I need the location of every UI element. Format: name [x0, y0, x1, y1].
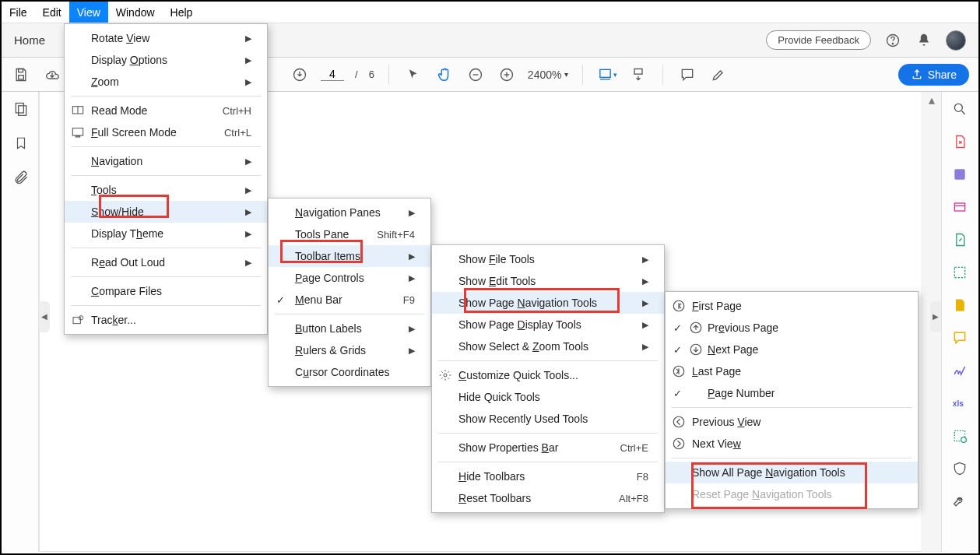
menu-help[interactable]: Help	[163, 2, 201, 23]
protect-icon[interactable]	[950, 427, 969, 445]
menu-tools-pane[interactable]: Tools PaneShift+F4	[269, 223, 430, 245]
compress-icon[interactable]	[950, 328, 969, 347]
shield-icon[interactable]	[950, 459, 969, 478]
organize-icon[interactable]	[950, 296, 969, 314]
page-number-input[interactable]	[321, 68, 344, 81]
menu-first-page[interactable]: First Page	[666, 295, 918, 317]
svg-rect-17	[954, 203, 964, 211]
menu-show-nav-tools[interactable]: Show Page Navigation Tools▶	[432, 292, 664, 314]
export-pdf-icon[interactable]	[950, 132, 969, 151]
page-sep: /	[355, 68, 358, 80]
scroll-mode-icon[interactable]	[628, 65, 648, 85]
svg-rect-16	[954, 169, 964, 179]
svg-point-1	[892, 43, 893, 44]
home-tab[interactable]: Home	[14, 33, 45, 47]
zoom-out-icon[interactable]	[465, 65, 486, 85]
menu-properties-bar[interactable]: Show Properties BarCtrl+E	[432, 437, 664, 458]
pointer-icon[interactable]	[403, 65, 423, 85]
zoom-in-icon[interactable]	[497, 65, 517, 85]
menu-read-mode[interactable]: Read ModeCtrl+H	[65, 100, 267, 121]
create-pdf-icon[interactable]	[950, 198, 969, 216]
menu-read-out-loud[interactable]: Read Out Loud▶	[65, 251, 267, 273]
help-icon[interactable]	[883, 31, 902, 50]
bell-icon[interactable]	[915, 31, 933, 50]
comment-icon[interactable]	[677, 65, 697, 85]
menu-page-controls[interactable]: Page Controls▶	[269, 267, 430, 289]
menu-previous-view[interactable]: Previous View	[666, 411, 918, 433]
menu-view[interactable]: View	[69, 2, 108, 23]
expand-left-icon[interactable]: ◀	[39, 301, 50, 332]
edit-pdf-icon[interactable]	[950, 165, 969, 184]
comment-tool-icon[interactable]	[950, 230, 969, 249]
download-arrow-icon[interactable]	[290, 65, 310, 85]
menu-previous-page[interactable]: ✓Previous Page	[666, 317, 918, 339]
menu-show-all-nav-tools[interactable]: Show All Page Navigation Tools	[666, 462, 918, 483]
expand-right-icon[interactable]: ▶	[930, 301, 941, 332]
sign-icon[interactable]	[950, 361, 969, 380]
svg-rect-11	[634, 68, 642, 74]
menu-rotate-view[interactable]: Rotate View▶	[65, 27, 267, 49]
menu-navigation[interactable]: Navigation▶	[65, 150, 267, 172]
scroll-up-icon[interactable]: ▴	[924, 92, 940, 107]
attachment-icon[interactable]	[12, 168, 30, 187]
svg-rect-25	[72, 128, 83, 135]
menu-show-zoom-tools[interactable]: Show Select & Zoom Tools▶	[432, 335, 664, 357]
menu-show-display-tools[interactable]: Show Page Display Tools▶	[432, 314, 664, 335]
toolbar-items-menu: Show File Tools▶ Show Edit Tools▶ Show P…	[431, 244, 665, 513]
menu-tools[interactable]: Tools▶	[65, 179, 267, 201]
thumbnails-icon[interactable]	[12, 100, 30, 118]
menu-hide-toolbars[interactable]: Hide ToolbarsF8	[432, 465, 664, 487]
menu-hide-quick-tools[interactable]: Hide Quick Tools	[432, 386, 664, 408]
menu-display-options[interactable]: Display Options▶	[65, 49, 267, 71]
more-tools-icon[interactable]	[950, 492, 969, 511]
share-icon	[911, 68, 923, 81]
menu-toolbar-items[interactable]: Toolbar Items▶	[269, 245, 430, 267]
menu-show-edit-tools[interactable]: Show Edit Tools▶	[432, 270, 664, 292]
hand-icon[interactable]	[434, 65, 455, 85]
share-button[interactable]: Share	[898, 64, 969, 86]
svg-rect-26	[76, 136, 79, 137]
separator	[71, 248, 261, 248]
menu-next-view[interactable]: Next View	[666, 433, 918, 455]
fit-width-icon[interactable]: ▾	[597, 65, 617, 85]
menu-show-hide[interactable]: Show/Hide▶	[65, 201, 267, 223]
avatar[interactable]	[946, 30, 966, 51]
menu-show-recent-tools[interactable]: Show Recently Used Tools	[432, 408, 664, 430]
menu-last-page[interactable]: Last Page	[666, 360, 918, 382]
highlight-icon[interactable]	[708, 65, 729, 85]
menu-customize-quick-tools[interactable]: Customize Quick Tools...	[432, 364, 664, 386]
menu-compare-files[interactable]: Compare Files	[65, 280, 267, 302]
menu-show-file-tools[interactable]: Show File Tools▶	[432, 248, 664, 270]
menu-reset-toolbars[interactable]: Reset ToolbarsAlt+F8	[432, 487, 664, 509]
svg-rect-13	[18, 106, 26, 116]
menu-menu-bar[interactable]: ✓Menu BarF9	[269, 289, 430, 311]
menu-file[interactable]: File	[2, 2, 35, 23]
menu-navigation-panes[interactable]: Navigation Panes▶	[269, 202, 430, 223]
redact-icon[interactable]: xls	[950, 394, 969, 413]
zoom-selector[interactable]: 2400%▾	[528, 68, 569, 81]
svg-point-22	[961, 437, 966, 443]
menu-button-labels[interactable]: Button Labels▶	[269, 318, 430, 339]
menu-zoom[interactable]: Zoom▶	[65, 71, 267, 93]
search-icon[interactable]	[950, 100, 969, 118]
menu-display-theme[interactable]: Display Theme▶	[65, 223, 267, 244]
menu-cursor-coords[interactable]: Cursor Coordinates	[269, 361, 430, 383]
show-hide-menu: Navigation Panes▶ Tools PaneShift+F4 Too…	[268, 198, 431, 387]
svg-point-34	[673, 416, 684, 427]
menu-rulers-grids[interactable]: Rulers & Grids▶	[269, 339, 430, 361]
menu-window[interactable]: Window	[108, 2, 163, 23]
cloud-icon[interactable]	[42, 65, 62, 85]
save-icon[interactable]	[11, 65, 31, 85]
separator	[582, 65, 583, 85]
menu-next-page[interactable]: ✓Next Page	[666, 339, 918, 360]
svg-rect-19	[954, 267, 964, 277]
separator	[438, 360, 658, 361]
menu-tracker[interactable]: Tracker...	[65, 309, 267, 331]
bookmark-icon[interactable]	[12, 134, 30, 153]
separator	[71, 175, 261, 176]
menu-full-screen[interactable]: Full Screen ModeCtrl+L	[65, 121, 267, 143]
menu-page-number[interactable]: ✓Page Number	[666, 382, 918, 404]
provide-feedback-button[interactable]: Provide Feedback	[766, 30, 871, 50]
menu-edit[interactable]: Edit	[35, 2, 69, 23]
combine-icon[interactable]	[950, 263, 969, 282]
